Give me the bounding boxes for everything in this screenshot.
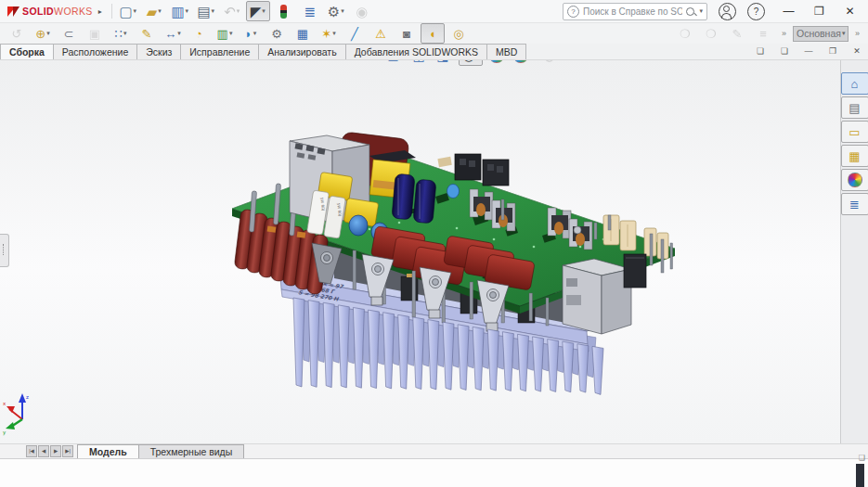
tab-sketch[interactable]: Эскиз — [136, 44, 181, 59]
doc-minimize-button[interactable]: — — [797, 44, 820, 59]
next-sheet-button-glyph: ▶ — [54, 449, 58, 455]
print-document-button[interactable]: ▤▾ — [194, 1, 218, 21]
edit-sketch-button[interactable]: ✎ — [135, 23, 159, 44]
insert-components-button-caret-icon[interactable]: ▾ — [46, 30, 50, 37]
measure-button[interactable]: ╱ — [343, 23, 367, 44]
transformer-gray-box[interactable] — [563, 259, 631, 334]
featuremanager-collapsed-tab[interactable] — [0, 234, 9, 267]
logo-flyout-arrow-icon[interactable]: ▸ — [98, 7, 102, 16]
help-search-box[interactable]: ? Поиск в Справке по SOLIDWORKS ▾ — [563, 3, 707, 20]
connector-black-right[interactable] — [624, 254, 646, 288]
undo-button-caret-icon[interactable]: ▾ — [237, 7, 240, 15]
graphics-viewport[interactable]: Источник = 97 Вес = 768 Г S = 98 270 Н — [0, 59, 868, 443]
take-snapshot-button[interactable]: ◙ — [395, 23, 419, 44]
rebuild-stoplight-button[interactable] — [272, 1, 296, 21]
panel-edge-icon[interactable]: ❏ — [859, 454, 865, 462]
file-properties-button[interactable]: ≣ — [298, 1, 322, 21]
appearances-scenes-tab[interactable] — [841, 169, 868, 191]
view-palette-tab-glyph: ▦ — [849, 150, 860, 162]
options-gear-button-caret-icon[interactable]: ▾ — [341, 7, 344, 15]
tab-layout[interactable]: Расположение — [53, 44, 137, 59]
select-tool-button[interactable]: ◤▾ — [246, 1, 270, 21]
toolbar-expand-icon[interactable]: » — [782, 29, 786, 38]
doc-restore-button-glyph: ❐ — [829, 47, 836, 56]
model-canvas[interactable]: Источник = 97 Вес = 768 Г S = 98 270 Н — [0, 59, 868, 443]
doc-close-button[interactable]: ✕ — [846, 44, 868, 59]
restore-button[interactable]: ❐ — [805, 0, 834, 22]
mate-button[interactable]: ⊂ — [57, 23, 81, 44]
linear-pattern-button[interactable]: ∷▾ — [109, 23, 133, 44]
print-document-button-caret-icon[interactable]: ▾ — [212, 7, 215, 15]
zoom-tool-button[interactable]: ✐ — [355, 59, 379, 66]
doc-cascade-icon[interactable]: ❏ — [749, 44, 771, 59]
move-component-button-caret-icon[interactable]: ▾ — [177, 30, 181, 37]
move-component-button[interactable]: ↔▾ — [161, 23, 185, 44]
open-document-button-caret-icon[interactable]: ▾ — [158, 7, 162, 15]
combo-expand-icon[interactable]: » — [855, 29, 860, 38]
doc-minimize-button-glyph: — — [805, 47, 813, 56]
zoom-area-button[interactable]: ❏ — [381, 59, 405, 66]
bill-of-materials-button[interactable]: ▦ — [291, 23, 315, 44]
search-icon[interactable] — [686, 7, 694, 16]
file-explorer-tab[interactable]: ▭ — [841, 121, 868, 143]
custom-properties-tab[interactable]: ≣ — [841, 193, 868, 215]
options-gear-button-glyph: ⚙ — [328, 5, 340, 19]
new-document-button[interactable]: ▢▾ — [116, 1, 140, 21]
design-library-tab[interactable]: ▤ — [841, 96, 868, 119]
show-hidden-button[interactable]: ▥▾ — [213, 23, 237, 44]
insert-components-button[interactable]: ⊕▾ — [31, 23, 55, 44]
last-sheet-button[interactable]: ▶| — [62, 445, 73, 457]
doc-restore-button[interactable]: ❐ — [822, 44, 844, 59]
minimize-button[interactable]: — — [774, 0, 803, 22]
section-view-button[interactable]: ◫ — [407, 59, 431, 66]
show-hidden-button-caret-icon[interactable]: ▾ — [229, 30, 233, 37]
view-palette-tab[interactable]: ▦ — [841, 145, 868, 167]
tab-addins[interactable]: Добавления SOLIDWORKS — [345, 44, 487, 59]
orientation-triad: z x y — [3, 393, 29, 436]
exploded-view-button-caret-icon[interactable]: ▾ — [332, 30, 336, 37]
title-bar: SOLIDWORKS ▸ ▢▾▰▾▥▾▤▾↶▾◤▾≣⚙▾◉ ? Поиск в … — [0, 0, 868, 23]
smart-fasteners-button[interactable]: ◔ — [187, 23, 211, 44]
next-sheet-button[interactable]: ▶ — [50, 445, 61, 457]
tab-mbd[interactable]: MBD — [486, 44, 526, 59]
solidworks-resources-tab[interactable]: ⌂ — [841, 72, 868, 95]
assembly-features-button-caret-icon[interactable]: ▾ — [253, 30, 257, 37]
prev-sheet-button[interactable]: ◀ — [38, 445, 49, 457]
tab-model[interactable]: Модель — [77, 444, 139, 458]
save-document-button[interactable]: ▥▾ — [168, 1, 192, 21]
linear-pattern-button-caret-icon[interactable]: ▾ — [123, 30, 127, 37]
tab-evaluate[interactable]: Анализировать — [258, 44, 345, 59]
last-sheet-button-glyph: ▶| — [65, 449, 71, 455]
assembly-features-button[interactable]: ◗▾ — [239, 23, 263, 44]
close-button[interactable]: ✕ — [836, 0, 864, 22]
view-orientation-button[interactable]: ◨▾ — [433, 59, 457, 66]
open-document-button[interactable]: ▰▾ — [142, 1, 166, 21]
select-tool-button-caret-icon[interactable]: ▾ — [262, 7, 266, 15]
auto-balloon-button-glyph: ❍ — [706, 28, 717, 40]
first-sheet-button[interactable]: |◀ — [26, 445, 37, 457]
help-button[interactable]: ? — [747, 3, 765, 20]
solidworks-resources-tab-glyph: ⌂ — [851, 78, 859, 90]
edit-appearance-button[interactable] — [485, 59, 509, 66]
save-document-button-caret-icon[interactable]: ▾ — [186, 7, 189, 15]
spell-check-button: ✎ — [725, 23, 749, 44]
main-toolbar: ▢▾▰▾▥▾▤▾↶▾◤▾≣⚙▾◉ — [116, 1, 374, 21]
new-document-button-caret-icon[interactable]: ▾ — [134, 7, 137, 15]
interference-detection-button[interactable]: ⚠ — [369, 23, 393, 44]
isolate-button[interactable]: ◖ — [421, 23, 445, 44]
exploded-view-button[interactable]: ✶▾ — [317, 23, 341, 44]
search-caret-icon[interactable]: ▾ — [699, 7, 703, 15]
doc-tile-icon[interactable]: ❏ — [773, 44, 796, 59]
options-gear-button[interactable]: ⚙▾ — [324, 1, 348, 21]
tab-assembly[interactable]: Сборка — [0, 44, 54, 59]
configuration-combo[interactable]: Основная ▾ — [793, 26, 849, 42]
motion-study-button[interactable]: ⚙ — [265, 23, 289, 44]
display-style-button[interactable]: ◉▾ — [459, 59, 483, 66]
tab-3d-views[interactable]: Трехмерные виды — [138, 444, 245, 458]
combo-caret-icon: ▾ — [842, 30, 846, 37]
restore-button-glyph: ❐ — [814, 6, 824, 17]
tab-repair[interactable]: Исправление — [180, 44, 259, 59]
account-button[interactable] — [719, 3, 736, 20]
apply-scene-button[interactable]: ▾ — [511, 59, 536, 66]
assembly-visualization-button[interactable]: ◎ — [447, 23, 471, 44]
